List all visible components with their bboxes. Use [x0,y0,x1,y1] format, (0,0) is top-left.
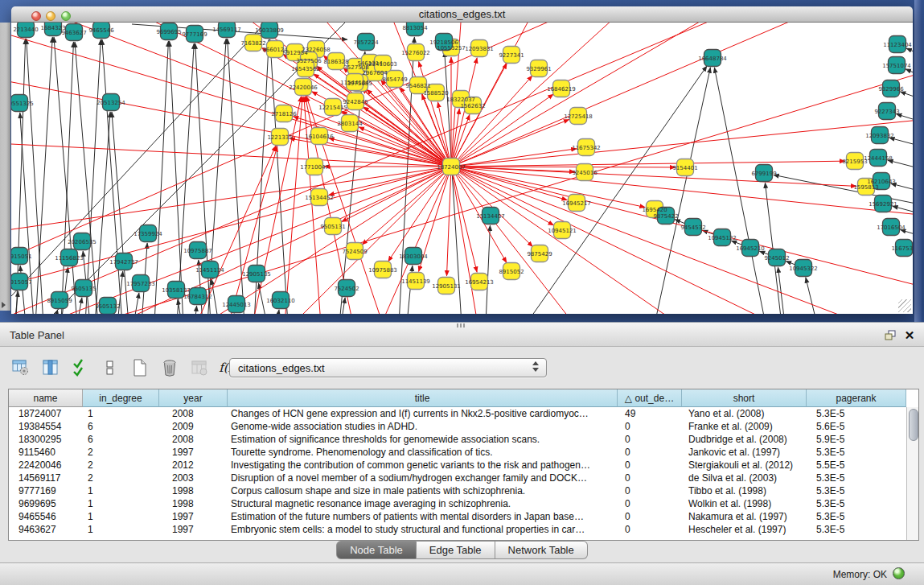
table-row[interactable]: 969969511998Structural magnetic resonanc… [9,497,918,510]
graph-edge [14,291,18,314]
graph-node-label: 11156823 [55,255,84,262]
table-row[interactable]: 977716911998Corpus callosum shape and si… [9,484,918,497]
graph-edge [329,167,451,195]
table-row[interactable]: 946362711997Embryonic stem cells: a mode… [9,523,918,536]
column-header-title[interactable]: title [228,389,618,407]
graph-node-label: 9329961 [526,66,551,72]
graph-edge [285,97,302,314]
table-cell: 1 [83,523,159,536]
table-cell: 9699695 [9,497,83,510]
graph-node-label: 9505131 [320,224,345,230]
scrollbar-thumb[interactable] [909,409,918,441]
table-selector-value: citations_edges.txt [238,362,325,374]
graph-edge [228,146,277,314]
graph-edge [204,167,451,314]
graph-node-label: 1167534 [891,245,913,252]
graph-edge [451,64,507,167]
graph-node-label: 19218506 [429,39,458,46]
table-row[interactable]: 911546021997Tourette syndrome. Phenomeno… [9,446,918,459]
graph-edge [77,298,82,314]
select-all-button[interactable] [69,356,92,379]
table-row[interactable]: 1830029562008Estimation of significance … [9,433,918,446]
window-resize-grip[interactable] [898,299,911,312]
graph-edge [277,310,279,314]
graph-node-label: 9699695 [156,29,181,35]
show-columns-button[interactable] [39,356,62,379]
graph-node-label: 15276022 [401,50,430,56]
table-cell: 0 [618,510,682,523]
close-icon: ✕ [905,328,915,342]
graph-node-label: 17957233 [126,281,155,287]
graph-node-label: 9875429 [527,251,552,257]
delete-button[interactable] [158,356,181,379]
table-cell: 1997 [159,523,228,536]
graph-node-label: 9505132 [95,303,120,310]
graph-node-label: 12215415 [318,105,347,111]
table-cell: Tourette syndrome. Phenomenology and cla… [228,446,618,459]
table-row[interactable]: 1872400712008Changes of HCN gene express… [9,407,918,420]
table-cell: Stergiakouli et al. (2012) [682,459,807,472]
tab-node-table[interactable]: Node Table [336,541,417,559]
graph-node-label: 9777169 [182,31,207,38]
table-cell: Wolkin et al. (1998) [682,497,807,510]
graph-node-label: 7163822 [240,40,265,47]
network-canvas[interactable]: 1872400771638228660124591295423226058352… [11,23,913,314]
table-cell: 9465546 [9,510,83,523]
column-header-short[interactable]: short [682,389,807,407]
new-document-button[interactable] [129,356,151,379]
graph-node-label: 1562632 [460,103,485,109]
delete-table-button[interactable] [188,356,211,379]
graph-node-label: 20513254 [97,100,125,106]
graph-node-label: 16954213 [465,279,494,286]
column-header-year[interactable]: year [159,389,228,407]
tab-edge-table[interactable]: Edge Table [417,541,495,559]
graph-node-label: 12093832 [865,133,894,139]
table-cell: 5.3E-5 [807,497,906,510]
tab-network-table[interactable]: Network Table [495,541,588,559]
graph-node-label: 10975887 [183,248,212,254]
close-panel-button[interactable]: ✕ [902,328,917,343]
graph-node-label: 15134452 [305,195,334,201]
collapsed-panel-strip[interactable] [0,23,10,311]
table-cell: Hescheler et al. (1997) [682,523,807,536]
graph-node-label: 2718126 [271,111,297,117]
table-cell: 0 [618,446,682,459]
graph-node-label: 3527506 [296,58,322,64]
graph-node-label: 18303044 [399,253,428,260]
memory-status-indicator[interactable] [893,567,905,579]
table-row[interactable]: 1938455462009Genome-wide association stu… [9,420,918,433]
table-cell: Genome-wide association studies in ADHD. [228,420,618,433]
memory-status-label: Memory: OK [833,569,887,580]
window-titlebar[interactable]: citations_edges.txt [11,6,913,23]
table-cell: Disruption of a novel member of a sodium… [228,472,618,484]
column-header-in_degree[interactable]: in_degree [83,389,159,407]
unselect-all-button[interactable] [99,356,121,379]
graph-node-label: 22410603 [368,61,397,68]
network-view-window[interactable]: citations_edges.txt 18724007716382286601… [11,6,913,314]
table-selector-dropdown[interactable]: citations_edges.txt [229,358,547,377]
graph-node-label: 11544134 [340,80,369,86]
table-cell: 6 [83,433,159,446]
graph-node-label: 1695420 [642,207,667,213]
graph-node-label: 16033809 [255,27,284,34]
graph-edge [900,229,913,238]
table-row[interactable]: 1456911722003Disruption of a novel membe… [9,472,918,484]
column-header-out_de[interactable]: △ out_de… [618,389,682,407]
table-cell: 22420046 [9,459,83,472]
table-cell: 1 [83,510,159,523]
table-cell: 18300295 [9,433,83,446]
graph-edge [195,306,197,314]
float-panel-button[interactable] [883,328,897,343]
splitter-grip[interactable] [457,323,466,328]
table-scrollbar[interactable] [906,407,918,540]
table-row[interactable]: 946554611997Estimation of the future num… [9,510,918,523]
graph-edge [95,112,110,314]
table-cell: Nakamura et al. (1997) [682,510,807,523]
table-row[interactable]: 2242004622012Investigating the contribut… [9,459,918,472]
column-header-name[interactable]: name [9,389,83,407]
column-header-pagerank[interactable]: pagerank [807,389,906,407]
table-settings-button[interactable] [10,356,32,379]
graph-node-label: 1595813 [853,184,878,191]
table-cell: 5.3E-5 [807,484,906,497]
panel-expand-arrow-icon[interactable] [2,302,6,308]
